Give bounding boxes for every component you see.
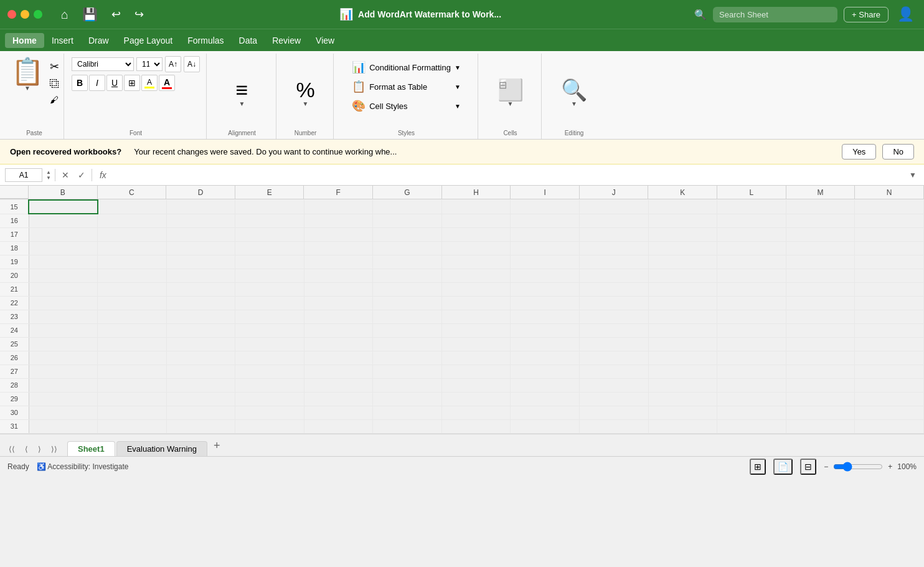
cell-L31[interactable] [717,419,786,433]
cell-D29[interactable] [166,392,235,406]
cell-M25[interactable] [786,337,855,351]
cell-H17[interactable] [441,227,511,241]
cell-F20[interactable] [304,269,373,282]
row-header-31[interactable]: 31 [0,419,29,433]
col-header-n[interactable]: N [855,186,924,199]
cell-M27[interactable] [786,364,855,378]
cell-L17[interactable] [717,227,786,241]
cell-J19[interactable] [580,255,649,269]
cell-I30[interactable] [511,406,580,419]
italic-button[interactable]: I [89,75,105,91]
cell-C27[interactable] [98,364,167,378]
cell-B16[interactable] [29,214,98,227]
search-input[interactable] [713,7,837,22]
cell-F28[interactable] [304,378,373,392]
cell-C30[interactable] [98,406,167,419]
menu-item-insert[interactable]: Insert [44,33,81,48]
sheet-nav-prev[interactable]: ⟨ [21,442,32,456]
cell-D24[interactable] [166,323,235,337]
cell-N24[interactable] [855,323,924,337]
cell-B24[interactable] [29,323,98,337]
cell-L29[interactable] [717,392,786,406]
cell-N17[interactable] [855,227,924,241]
cell-C31[interactable] [98,419,167,433]
zoom-in-button[interactable]: + [888,462,892,471]
bold-button[interactable]: B [72,75,88,91]
cell-H15[interactable] [441,200,511,214]
zoom-slider[interactable] [833,462,883,472]
formula-dropdown-button[interactable]: ▼ [907,171,919,179]
row-header-22[interactable]: 22 [0,296,29,310]
cell-G29[interactable] [373,392,442,406]
recovery-no-button[interactable]: No [882,144,914,160]
row-header-28[interactable]: 28 [0,378,29,392]
cell-C20[interactable] [98,269,167,282]
cell-H19[interactable] [441,255,511,269]
menu-item-view[interactable]: View [308,33,342,48]
cell-N25[interactable] [855,337,924,351]
cell-J22[interactable] [580,296,649,310]
cell-G24[interactable] [373,323,442,337]
cell-J25[interactable] [580,337,649,351]
cell-H23[interactable] [441,310,511,323]
cell-K21[interactable] [648,282,717,296]
row-header-24[interactable]: 24 [0,323,29,337]
cell-I18[interactable] [511,241,580,255]
cell-G26[interactable] [373,351,442,364]
number-button[interactable]: % ▼ [291,77,319,110]
font-name-select[interactable]: Calibri Arial Times New Roman [72,57,134,71]
cell-H26[interactable] [441,351,511,364]
cell-E21[interactable] [235,282,304,296]
row-header-30[interactable]: 30 [0,406,29,419]
cell-F21[interactable] [304,282,373,296]
cell-I23[interactable] [511,310,580,323]
cell-H20[interactable] [441,269,511,282]
col-header-l[interactable]: L [717,186,786,199]
cell-M16[interactable] [786,214,855,227]
cell-C28[interactable] [98,378,167,392]
cell-C24[interactable] [98,323,167,337]
cell-D16[interactable] [166,214,235,227]
col-header-i[interactable]: I [511,186,580,199]
undo-icon[interactable]: ↩ [109,5,123,24]
cell-B22[interactable] [29,296,98,310]
col-header-d[interactable]: D [166,186,235,199]
cell-B29[interactable] [29,392,98,406]
cell-styles-button[interactable]: 🎨 Cell Styles ▼ [348,97,464,115]
row-header-19[interactable]: 19 [0,255,29,269]
cell-B23[interactable] [29,310,98,323]
cell-F17[interactable] [304,227,373,241]
cell-I25[interactable] [511,337,580,351]
format-painter-button[interactable]: 🖌 [50,95,60,105]
cell-K25[interactable] [648,337,717,351]
cell-I27[interactable] [511,364,580,378]
cell-K27[interactable] [648,364,717,378]
cell-H18[interactable] [441,241,511,255]
cell-C29[interactable] [98,392,167,406]
cell-M24[interactable] [786,323,855,337]
cell-G25[interactable] [373,337,442,351]
cell-E29[interactable] [235,392,304,406]
cell-M26[interactable] [786,351,855,364]
cell-L26[interactable] [717,351,786,364]
close-button[interactable] [7,10,16,19]
increase-font-button[interactable]: A↑ [165,56,181,72]
row-header-17[interactable]: 17 [0,227,29,241]
cell-I26[interactable] [511,351,580,364]
cell-ref-arrows[interactable]: ▲ ▼ [46,169,51,181]
menu-item-home[interactable]: Home [5,33,44,48]
cell-E31[interactable] [235,419,304,433]
cell-I31[interactable] [511,419,580,433]
conditional-formatting-button[interactable]: 📊 Conditional Formatting ▼ [348,59,464,76]
cell-L20[interactable] [717,269,786,282]
cell-N30[interactable] [855,406,924,419]
cell-J28[interactable] [580,378,649,392]
cell-C19[interactable] [98,255,167,269]
cell-B26[interactable] [29,351,98,364]
cell-F18[interactable] [304,241,373,255]
menu-item-draw[interactable]: Draw [81,33,116,48]
cell-J21[interactable] [580,282,649,296]
cell-D17[interactable] [166,227,235,241]
cell-J26[interactable] [580,351,649,364]
cell-F27[interactable] [304,364,373,378]
